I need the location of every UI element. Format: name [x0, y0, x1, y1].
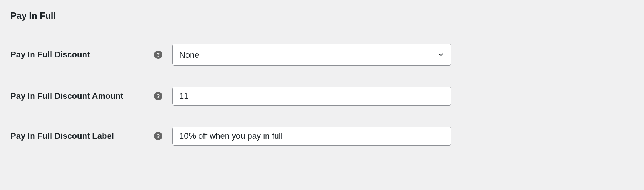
discount-select-wrapper: None: [172, 44, 451, 66]
discount-label: Pay In Full Discount: [11, 50, 154, 60]
display-label-label: Pay In Full Discount Label: [11, 131, 154, 141]
section-title: Pay In Full: [11, 11, 633, 21]
help-icon[interactable]: ?: [154, 51, 162, 59]
help-icon[interactable]: ?: [154, 92, 162, 100]
discount-select[interactable]: None: [172, 44, 451, 66]
amount-label: Pay In Full Discount Amount: [11, 91, 154, 101]
display-label-input[interactable]: [172, 127, 451, 146]
form-row-discount: Pay In Full Discount ? None: [11, 44, 633, 66]
amount-input[interactable]: [172, 87, 451, 106]
form-row-amount: Pay In Full Discount Amount ?: [11, 87, 633, 106]
form-row-display-label: Pay In Full Discount Label ?: [11, 127, 633, 146]
help-icon[interactable]: ?: [154, 132, 162, 140]
